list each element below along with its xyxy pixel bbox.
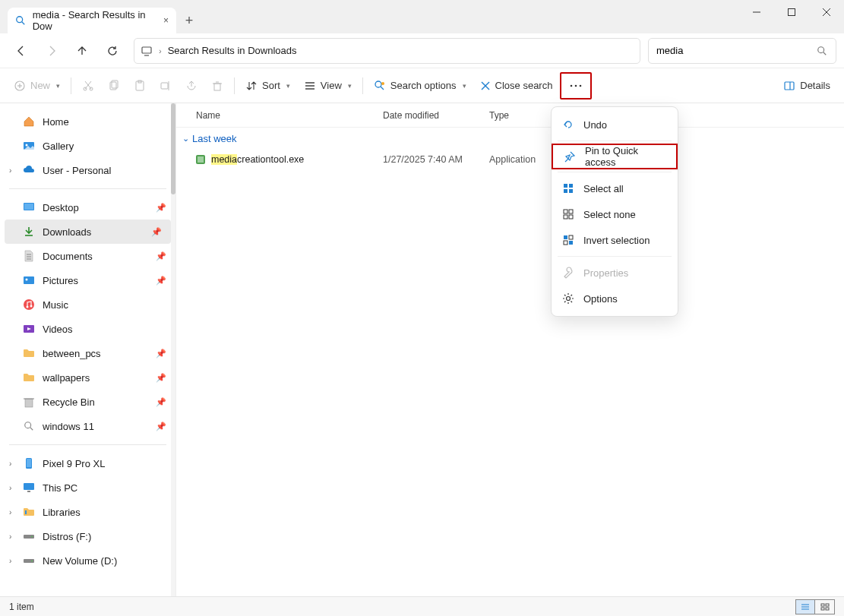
expand-icon[interactable]: › xyxy=(9,508,11,516)
separator xyxy=(234,77,235,94)
paste-button[interactable] xyxy=(128,73,152,99)
sort-button[interactable]: Sort▾ xyxy=(239,73,296,99)
expand-icon[interactable]: › xyxy=(9,532,11,541)
menu-invert-selection[interactable]: Invert selection xyxy=(552,227,678,253)
refresh-button[interactable] xyxy=(99,37,126,65)
menu-select-all[interactable]: Select all xyxy=(552,175,678,201)
scrollbar-thumb[interactable] xyxy=(171,103,175,194)
expand-icon[interactable]: › xyxy=(9,484,11,492)
cut-button[interactable] xyxy=(76,73,100,99)
sidebar-item-downloads[interactable]: Downloads📌 xyxy=(5,220,171,244)
menu-undo[interactable]: Undo xyxy=(552,112,678,137)
menu-divider xyxy=(558,172,672,172)
column-date[interactable]: Date modified xyxy=(383,110,489,121)
address-bar[interactable]: › Search Results in Downloads xyxy=(134,38,640,64)
sidebar-item-windows11[interactable]: windows 11📌 xyxy=(0,414,175,438)
svg-point-36 xyxy=(580,84,582,87)
search-options-button[interactable]: Search options▾ xyxy=(368,73,473,99)
invert-icon xyxy=(562,234,574,246)
details-button[interactable]: Details xyxy=(777,73,836,99)
expand-icon[interactable]: › xyxy=(9,166,11,175)
svg-point-80 xyxy=(567,297,571,301)
expand-icon[interactable]: › xyxy=(9,460,11,468)
sidebar-item-thispc[interactable]: ›This PC xyxy=(0,475,175,500)
more-button[interactable] xyxy=(560,72,592,100)
sidebar-item-desktop[interactable]: Desktop📌 xyxy=(0,195,175,220)
close-search-button[interactable]: Close search xyxy=(474,73,559,99)
view-button[interactable]: View▾ xyxy=(298,73,358,99)
search-icon[interactable] xyxy=(816,45,828,57)
rename-button[interactable] xyxy=(153,73,178,99)
svg-point-31 xyxy=(381,82,384,85)
sidebar-item-between-pcs[interactable]: between_pcs📌 xyxy=(0,341,175,365)
sidebar-item-gallery[interactable]: Gallery xyxy=(0,134,175,158)
tab[interactable]: media - Search Results in Dow × xyxy=(8,8,176,33)
sidebar-item-videos[interactable]: Videos xyxy=(0,317,175,341)
up-button[interactable] xyxy=(68,37,96,65)
new-tab-button[interactable]: + xyxy=(176,8,202,33)
pin-icon[interactable]: 📌 xyxy=(156,276,166,286)
minimize-button[interactable] xyxy=(739,0,774,24)
window-controls xyxy=(739,0,844,24)
chevron-down-icon: ⌄ xyxy=(182,134,189,144)
delete-button[interactable] xyxy=(205,73,229,99)
sidebar-item-libraries[interactable]: ›Libraries xyxy=(0,500,175,524)
separator xyxy=(362,77,363,94)
thumbnails-view-button[interactable] xyxy=(815,599,835,614)
group-header[interactable]: ⌄ Last week xyxy=(176,128,844,149)
pin-icon[interactable]: 📌 xyxy=(156,203,166,213)
svg-rect-72 xyxy=(564,210,567,213)
sidebar-item-documents[interactable]: Documents📌 xyxy=(0,244,175,268)
scrollbar[interactable] xyxy=(171,103,175,596)
search-input[interactable] xyxy=(656,45,810,56)
pictures-icon xyxy=(23,274,35,286)
menu-divider xyxy=(558,141,672,141)
svg-rect-59 xyxy=(24,483,34,490)
svg-rect-64 xyxy=(24,559,34,563)
pin-icon[interactable]: 📌 xyxy=(156,251,166,261)
chevron-down-icon: ▾ xyxy=(286,82,290,90)
sidebar-item-wallpapers[interactable]: wallpapers📌 xyxy=(0,365,175,390)
exe-icon xyxy=(194,153,207,166)
close-button[interactable] xyxy=(809,0,844,24)
pin-icon[interactable]: 📌 xyxy=(156,373,166,383)
pin-icon[interactable]: 📌 xyxy=(156,349,166,359)
sidebar-item-home[interactable]: Home xyxy=(0,109,175,134)
svg-rect-76 xyxy=(564,235,567,239)
svg-point-29 xyxy=(375,81,381,87)
sidebar-item-pictures[interactable]: Pictures📌 xyxy=(0,268,175,292)
svg-rect-21 xyxy=(161,83,168,89)
share-button[interactable] xyxy=(179,73,204,99)
menu-pin-quick-access[interactable]: Pin to Quick access xyxy=(552,144,678,169)
select-all-icon xyxy=(562,182,574,194)
sidebar-item-distros[interactable]: ›Distros (F:) xyxy=(0,524,175,548)
breadcrumb-chevron-icon[interactable]: › xyxy=(159,46,162,55)
pin-icon[interactable]: 📌 xyxy=(151,227,162,237)
tab-close-button[interactable]: × xyxy=(163,15,169,26)
new-button[interactable]: New▾ xyxy=(8,73,66,99)
sidebar-item-newvol[interactable]: ›New Volume (D:) xyxy=(0,548,175,573)
details-view-button[interactable] xyxy=(795,599,815,614)
expand-icon[interactable]: › xyxy=(9,557,11,565)
svg-rect-37 xyxy=(785,82,794,90)
svg-rect-60 xyxy=(27,491,30,492)
column-name[interactable]: Name xyxy=(176,110,383,121)
svg-rect-85 xyxy=(826,604,829,606)
search-box[interactable] xyxy=(648,38,836,64)
pin-icon[interactable]: 📌 xyxy=(156,422,166,431)
copy-button[interactable] xyxy=(102,73,126,99)
pin-icon[interactable]: 📌 xyxy=(156,397,166,407)
sidebar-item-recycle[interactable]: Recycle Bin📌 xyxy=(0,390,175,414)
menu-options[interactable]: Options xyxy=(552,286,678,311)
back-button[interactable] xyxy=(8,37,35,65)
toolbar: New▾ Sort▾ View▾ Search options▾ Close s… xyxy=(0,68,844,103)
menu-select-none[interactable]: Select none xyxy=(552,201,678,227)
breadcrumb-path[interactable]: Search Results in Downloads xyxy=(168,45,297,56)
sidebar-item-pixel[interactable]: ›Pixel 9 Pro XL xyxy=(0,451,175,475)
forward-button[interactable] xyxy=(38,37,65,65)
sidebar-item-user[interactable]: ›User - Personal xyxy=(0,158,175,182)
sidebar-item-music[interactable]: Music xyxy=(0,292,175,317)
file-row[interactable]: mediacreationtool.exe 1/27/2025 7:40 AM … xyxy=(176,149,844,170)
maximize-button[interactable] xyxy=(774,0,809,24)
navigation-pane[interactable]: Home Gallery ›User - Personal Desktop📌 D… xyxy=(0,103,176,596)
